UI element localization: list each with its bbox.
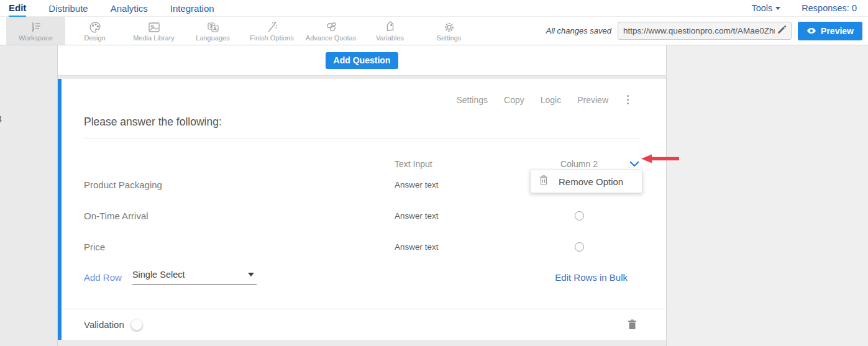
question-matrix: Text Input Column 2 Product Packaging An… bbox=[84, 139, 640, 285]
right-background bbox=[667, 45, 868, 346]
tab-analytics[interactable]: Analytics bbox=[111, 1, 148, 16]
column-options-menu: Remove Option bbox=[530, 170, 642, 193]
answer-text-field[interactable]: Answer text bbox=[395, 180, 545, 189]
toolbar-item-label: Design bbox=[84, 34, 105, 42]
more-options-icon[interactable] bbox=[624, 94, 631, 106]
chevron-down-icon bbox=[775, 7, 780, 10]
toolbar-item-label: Workspace bbox=[19, 34, 53, 42]
row-label[interactable]: Product Packaging bbox=[84, 180, 395, 190]
survey-editor-column: Add Question Settings Copy Logic Preview… bbox=[58, 45, 667, 346]
toolbar-item-advance-quotas[interactable]: Advance Quotas bbox=[301, 17, 360, 45]
toolbar-item-workspace[interactable]: Workspace bbox=[6, 17, 65, 45]
question-preview-link[interactable]: Preview bbox=[577, 95, 608, 105]
toolbar-item-label: Settings bbox=[437, 34, 462, 42]
add-row-link[interactable]: Add Row bbox=[84, 272, 122, 283]
toolbar-item-label: Variables bbox=[376, 34, 404, 42]
row-type-select[interactable]: Single Select bbox=[132, 270, 257, 285]
remove-option-trash-icon bbox=[539, 175, 548, 188]
top-nav-tabs: Edit Distribute Analytics Integration bbox=[9, 0, 214, 17]
preview-button-label: Preview bbox=[821, 26, 854, 36]
column2-menu-chevron-icon[interactable] bbox=[629, 161, 639, 167]
edit-rows-in-bulk-link[interactable]: Edit Rows in Bulk bbox=[555, 272, 628, 283]
toolbar-item-design[interactable]: Design bbox=[65, 17, 124, 45]
delete-question-trash-icon[interactable] bbox=[628, 319, 637, 330]
chain-links-icon bbox=[324, 21, 338, 34]
edit-toolbar: Workspace Design Media Library bbox=[0, 17, 868, 45]
question-card: Settings Copy Logic Preview Please answe… bbox=[58, 79, 666, 340]
eye-icon bbox=[806, 26, 816, 36]
validation-label: Validation bbox=[84, 319, 124, 330]
top-nav: Edit Distribute Analytics Integration To… bbox=[0, 0, 868, 17]
tools-menu[interactable]: Tools bbox=[751, 3, 780, 13]
validation-bar: Validation bbox=[62, 309, 666, 340]
question-copy-link[interactable]: Copy bbox=[504, 95, 524, 105]
survey-url-box bbox=[618, 22, 792, 40]
tools-label: Tools bbox=[751, 3, 772, 13]
question-settings-link[interactable]: Settings bbox=[456, 95, 488, 105]
row-label[interactable]: Price bbox=[84, 242, 395, 252]
toolbar-item-settings[interactable]: Settings bbox=[419, 17, 478, 45]
question-number: 4 bbox=[0, 114, 2, 124]
content-area: 4 Add Question Settings Copy Logic Previ… bbox=[0, 45, 868, 346]
column-header-column2[interactable]: Column 2 bbox=[545, 159, 613, 169]
translate-icon bbox=[206, 21, 220, 34]
tab-distribute[interactable]: Distribute bbox=[48, 1, 88, 16]
toolbar-item-label: Finish Options bbox=[250, 34, 293, 42]
question-actions: Settings Copy Logic Preview bbox=[62, 79, 666, 106]
workspace-icon bbox=[29, 21, 43, 34]
survey-url-input[interactable] bbox=[623, 26, 775, 35]
edit-url-pencil-icon[interactable] bbox=[777, 25, 786, 37]
column-header-text-input[interactable]: Text Input bbox=[395, 159, 545, 169]
toolbar-item-finish-options[interactable]: Finish Options bbox=[242, 17, 301, 45]
question-index-rail: 4 bbox=[0, 45, 58, 346]
add-question-button[interactable]: Add Question bbox=[326, 52, 399, 69]
top-nav-right: Tools Responses: 0 bbox=[751, 3, 859, 13]
answer-text-field[interactable]: Answer text bbox=[395, 242, 545, 252]
toolbar-item-label: Advance Quotas bbox=[306, 34, 356, 42]
row-type-value: Single Select bbox=[132, 270, 185, 280]
gear-icon bbox=[442, 21, 456, 34]
radio-button[interactable] bbox=[575, 242, 584, 252]
matrix-row: On-Time Arrival Answer text bbox=[84, 200, 640, 231]
toolbar-item-label: Media Library bbox=[133, 34, 175, 42]
radio-button[interactable] bbox=[575, 211, 584, 221]
add-question-strip: Add Question bbox=[58, 45, 666, 76]
palette-icon bbox=[88, 21, 102, 34]
select-caret-icon bbox=[248, 273, 254, 276]
tab-integration[interactable]: Integration bbox=[170, 1, 214, 16]
matrix-header-row: Text Input Column 2 bbox=[84, 139, 640, 169]
validation-toggle[interactable] bbox=[133, 321, 152, 329]
tab-edit[interactable]: Edit bbox=[9, 0, 26, 17]
red-annotation-arrow-icon bbox=[641, 154, 680, 166]
magic-wand-icon bbox=[265, 21, 279, 34]
image-icon bbox=[147, 21, 161, 34]
toolbar-item-languages[interactable]: Languages bbox=[183, 17, 242, 45]
save-status: All changes saved bbox=[546, 26, 612, 35]
question-logic-link[interactable]: Logic bbox=[541, 95, 561, 105]
preview-button[interactable]: Preview bbox=[798, 22, 862, 40]
toolbar-item-label: Languages bbox=[196, 34, 229, 42]
toolbar-item-variables[interactable]: Variables bbox=[360, 17, 419, 45]
remove-option-item[interactable]: Remove Option bbox=[559, 176, 623, 187]
question-title[interactable]: Please answer the following: bbox=[84, 116, 640, 139]
row-label[interactable]: On-Time Arrival bbox=[84, 211, 395, 221]
toolbar-item-media-library[interactable]: Media Library bbox=[124, 17, 183, 45]
responses-link[interactable]: Responses: 0 bbox=[802, 3, 857, 13]
matrix-footer: Add Row Single Select Edit Rows in Bulk bbox=[84, 270, 640, 285]
answer-text-field[interactable]: Answer text bbox=[395, 211, 545, 221]
tag-icon bbox=[383, 21, 397, 34]
matrix-row: Price Answer text bbox=[84, 231, 640, 262]
toolbar-right: All changes saved Preview bbox=[546, 17, 868, 45]
